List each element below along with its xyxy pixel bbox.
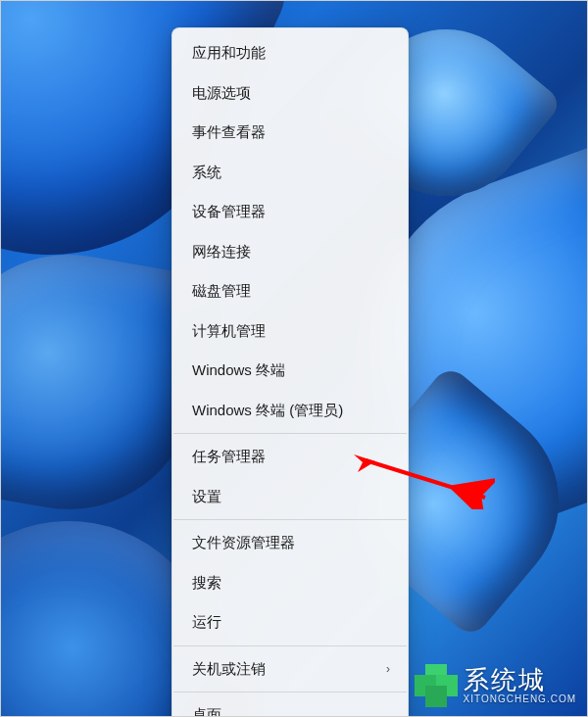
menu-disk-management[interactable]: 磁盘管理 [172,271,408,311]
menu-apps-features[interactable]: 应用和功能 [172,33,408,73]
menu-power-options[interactable]: 电源选项 [172,73,408,114]
menu-event-viewer[interactable]: 事件查看器 [172,113,408,153]
watermark-title: 系统城 [464,667,576,693]
menu-file-explorer[interactable]: 文件资源管理器 [172,523,408,563]
menu-item-label: 桌面 [192,704,221,717]
watermark-subtitle: XITONGCHENG.COM [464,694,576,704]
menu-separator [173,433,407,434]
watermark-logo-icon [415,664,458,707]
menu-windows-terminal-admin[interactable]: Windows 终端 (管理员) [172,391,408,431]
menu-item-label: 系统 [192,162,221,184]
menu-item-label: 磁盘管理 [192,280,251,303]
menu-item-label: 设备管理器 [192,201,266,223]
menu-item-label: 文件资源管理器 [192,532,295,554]
menu-desktop[interactable]: 桌面 [172,695,408,717]
menu-item-label: 关机或注销 [192,658,266,681]
menu-item-label: Windows 终端 [192,359,285,382]
menu-separator [173,519,407,520]
menu-separator [173,645,407,646]
menu-item-label: 计算机管理 [192,320,266,343]
menu-item-label: 事件查看器 [192,121,266,144]
menu-item-label: 应用和功能 [192,42,266,65]
watermark: 系统城 XITONGCHENG.COM [415,664,576,707]
menu-network-connections[interactable]: 网络连接 [172,232,408,272]
winx-context-menu[interactable]: 应用和功能电源选项事件查看器系统设备管理器网络连接磁盘管理计算机管理Window… [172,27,409,717]
menu-item-label: 电源选项 [192,82,251,105]
chevron-right-icon: › [386,660,390,678]
menu-run[interactable]: 运行 [172,602,408,643]
menu-device-manager[interactable]: 设备管理器 [172,192,408,232]
menu-computer-management[interactable]: 计算机管理 [172,311,408,352]
menu-item-label: 设置 [192,486,221,508]
menu-shutdown-signout[interactable]: 关机或注销› [172,649,408,690]
menu-item-label: Windows 终端 (管理员) [192,400,343,422]
menu-item-label: 网络连接 [192,241,251,263]
menu-item-label: 搜索 [192,572,221,595]
menu-separator [173,692,407,693]
menu-task-manager[interactable]: 任务管理器 [172,437,408,477]
menu-item-label: 任务管理器 [192,446,266,468]
menu-search[interactable]: 搜索 [172,563,408,603]
menu-settings[interactable]: 设置 [172,477,408,517]
menu-windows-terminal[interactable]: Windows 终端 [172,351,408,391]
menu-item-label: 运行 [192,611,221,634]
menu-system[interactable]: 系统 [172,153,408,193]
